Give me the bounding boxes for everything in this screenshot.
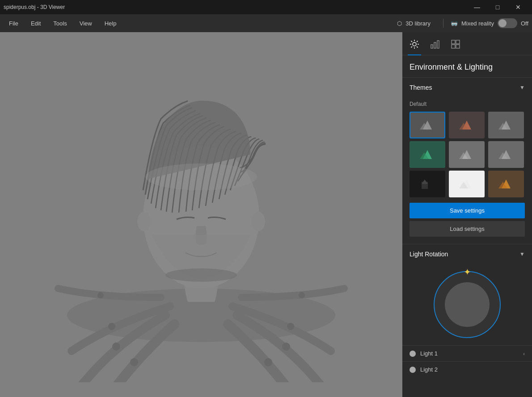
- svg-rect-26: [452, 40, 455, 44]
- theme-thumb-8[interactable]: [488, 171, 524, 197]
- theme-thumb-6[interactable]: [410, 171, 445, 197]
- stats-icon: [430, 39, 440, 49]
- menu-help[interactable]: Help: [99, 18, 122, 29]
- load-settings-button[interactable]: Load settings: [410, 221, 525, 237]
- theme-preview-0: [416, 116, 439, 134]
- menubar: File Edit Tools View Help ⬡ 3D library 🥽…: [0, 14, 532, 32]
- svg-point-12: [252, 212, 265, 231]
- window-controls: — □ ✕: [467, 0, 528, 14]
- svg-rect-23: [431, 45, 433, 48]
- svg-point-6: [299, 292, 305, 298]
- theme-preview-1: [456, 116, 478, 134]
- svg-rect-25: [437, 41, 439, 48]
- main-layout: Environment & Lighting Themes ▼ Default: [0, 32, 532, 397]
- toggle-knob: [498, 19, 507, 27]
- svg-point-1: [108, 323, 115, 330]
- panel-tabs: [402, 32, 532, 55]
- menu-tools[interactable]: Tools: [48, 18, 72, 29]
- light-1-chevron: ‹: [523, 351, 525, 356]
- svg-point-7: [282, 343, 290, 351]
- svg-point-14: [413, 42, 416, 46]
- light-items: Light 1 ‹ Light 2: [402, 345, 532, 377]
- mixed-reality-toggle[interactable]: [498, 18, 517, 28]
- theme-preview-8: [495, 175, 517, 193]
- close-button[interactable]: ✕: [508, 0, 528, 14]
- tab-grid[interactable]: [449, 36, 462, 55]
- light-dot-2: [410, 367, 416, 373]
- svg-point-5: [287, 323, 294, 330]
- svg-rect-29: [456, 45, 460, 48]
- grid-icon: [451, 39, 460, 49]
- theme-thumb-1[interactable]: [449, 112, 485, 138]
- light-rotation-header[interactable]: Light Rotation ▼: [402, 244, 532, 264]
- theme-preview-2: [495, 116, 517, 134]
- divider: [443, 19, 443, 28]
- light-dot-1: [410, 351, 416, 357]
- maximize-button[interactable]: □: [487, 0, 508, 14]
- theme-thumb-7[interactable]: [449, 171, 485, 197]
- theme-preview-6: [416, 175, 439, 193]
- menubar-right: ⬡ 3D library 🥽 Mixed reality Off: [392, 18, 528, 29]
- theme-preview-7: [456, 175, 478, 193]
- light-item-1[interactable]: Light 1 ‹: [402, 345, 532, 361]
- panel-heading: Environment & Lighting: [402, 55, 532, 77]
- themes-header[interactable]: Themes ▼: [402, 78, 532, 97]
- svg-rect-28: [452, 45, 455, 48]
- svg-point-8: [264, 358, 272, 366]
- rotation-dial[interactable]: ✦: [434, 271, 501, 338]
- light-rotation-content: ✦: [402, 264, 532, 345]
- menu-file[interactable]: File: [4, 18, 24, 29]
- sun-icon: [410, 39, 419, 49]
- themes-section: Themes ▼ Default: [402, 77, 532, 244]
- light-rotation-chevron: ▼: [519, 251, 525, 257]
- theme-thumb-2[interactable]: [488, 112, 524, 138]
- svg-line-22: [411, 46, 412, 47]
- theme-preview-5: [495, 146, 517, 163]
- svg-line-20: [417, 46, 418, 47]
- svg-point-11: [137, 212, 151, 231]
- 3d-model-container: [0, 32, 402, 397]
- menu-edit[interactable]: Edit: [25, 18, 46, 29]
- mixed-reality-icon: 🥽: [451, 20, 458, 27]
- library-button[interactable]: ⬡ 3D library: [392, 18, 436, 29]
- tab-stats[interactable]: [428, 36, 442, 55]
- svg-rect-24: [434, 42, 436, 48]
- themes-grid: [410, 112, 525, 197]
- light-item-2[interactable]: Light 2: [402, 361, 532, 377]
- svg-point-3: [112, 343, 120, 351]
- theme-thumb-3[interactable]: [410, 141, 445, 168]
- rotation-inner: [445, 282, 490, 327]
- svg-point-10: [145, 163, 257, 190]
- themes-default-label: Default: [410, 101, 525, 107]
- theme-thumb-4[interactable]: [449, 141, 485, 168]
- light-rotation-section: Light Rotation ▼ ✦: [402, 244, 532, 345]
- mixed-reality-control: 🥽 Mixed reality Off: [451, 18, 528, 28]
- viewport[interactable]: [0, 32, 402, 397]
- minimize-button[interactable]: —: [467, 0, 487, 14]
- theme-thumb-0[interactable]: [410, 112, 445, 138]
- svg-point-4: [130, 358, 138, 366]
- themes-chevron: ▼: [519, 84, 525, 91]
- svg-point-13: [165, 268, 237, 282]
- theme-preview-3: [416, 146, 439, 163]
- menu-view[interactable]: View: [74, 18, 97, 29]
- right-panel: Environment & Lighting Themes ▼ Default: [402, 32, 532, 397]
- sun-position-icon: ✦: [464, 267, 471, 277]
- svg-rect-27: [456, 40, 460, 44]
- theme-preview-4: [456, 146, 478, 163]
- tab-environment[interactable]: [408, 36, 421, 55]
- themes-content: Default: [402, 97, 532, 244]
- theme-thumb-5[interactable]: [488, 141, 524, 168]
- cube-icon: ⬡: [397, 20, 402, 27]
- svg-line-19: [411, 41, 412, 42]
- menu-items: File Edit Tools View Help: [4, 18, 122, 29]
- titlebar: spiderpus.obj - 3D Viewer — □ ✕: [0, 0, 532, 14]
- svg-line-21: [417, 41, 418, 42]
- window-title: spiderpus.obj - 3D Viewer: [4, 4, 65, 10]
- svg-point-2: [97, 292, 104, 298]
- save-settings-button[interactable]: Save settings: [410, 203, 525, 218]
- 3d-model-svg: [45, 47, 358, 382]
